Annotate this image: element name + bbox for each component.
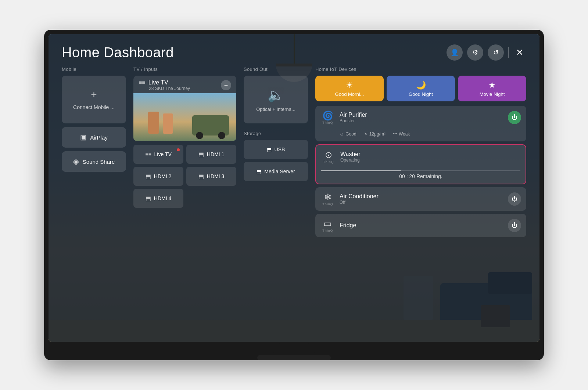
profile-icon: 👤 bbox=[451, 48, 459, 57]
jeep bbox=[192, 115, 229, 136]
moon-icon: 🌙 bbox=[416, 80, 426, 90]
soundshare-label: Sound Share bbox=[83, 159, 115, 165]
live-tv-input-button[interactable]: ≡≡ Live TV bbox=[133, 145, 183, 164]
progress-bar-wrap bbox=[321, 170, 520, 171]
hdmi1-button[interactable]: ⬒ HDMI 1 bbox=[186, 145, 236, 164]
tv-section-label: TV / Inputs bbox=[133, 66, 236, 72]
hdmi3-label: HDMI 3 bbox=[207, 173, 224, 179]
washer-status: Operating bbox=[340, 158, 520, 163]
ac-icon: ❄ bbox=[324, 192, 331, 202]
aq-measure-label: 12μg/m² bbox=[369, 131, 386, 137]
close-icon: ✕ bbox=[516, 47, 523, 57]
hdmi1-label: HDMI 1 bbox=[207, 151, 224, 157]
fridge-header: ▭ ThinQ Fridge ⏻ bbox=[315, 214, 526, 237]
soundshare-icon: ◉ bbox=[73, 158, 79, 166]
usb-button[interactable]: ⬒ USB bbox=[244, 140, 308, 159]
connect-mobile-button[interactable]: + Connect Mobile ... bbox=[62, 76, 126, 123]
tv-shell: Home Dashboard 👤 ⚙ ↺ ✕ bbox=[44, 30, 544, 360]
fridge-info: Fridge bbox=[340, 222, 503, 229]
morning-label: Good Morni... bbox=[335, 91, 364, 97]
air-conditioner-info: Air Conditioner Off bbox=[340, 193, 503, 205]
hdmi2-label: HDMI 2 bbox=[154, 173, 171, 179]
settings-icon: ⚙ bbox=[472, 48, 478, 57]
media-server-label: Media Server bbox=[264, 169, 295, 174]
hdmi3-button[interactable]: ⬒ HDMI 3 bbox=[186, 167, 236, 186]
fridge-name: Fridge bbox=[340, 222, 503, 229]
hdmi4-button[interactable]: ⬒ HDMI 4 bbox=[133, 189, 183, 208]
sound-out-button[interactable]: 🔈 Optical + Interna... bbox=[244, 76, 308, 123]
tv-inputs-section: TV / Inputs ≡≡ Live TV 28 SKD The Jour bbox=[133, 66, 236, 333]
hdmi2-button[interactable]: ⬒ HDMI 2 bbox=[133, 167, 183, 186]
sun-icon: ☀ bbox=[346, 80, 353, 90]
plus-icon: + bbox=[91, 89, 97, 101]
antenna-icon: ≡≡ bbox=[139, 79, 146, 86]
air-conditioner-header: ❄ ThinQ Air Conditioner Off ⏻ bbox=[315, 187, 526, 211]
usb-icon: ⬒ bbox=[267, 147, 272, 152]
media-server-button[interactable]: ⬒ Media Server bbox=[244, 162, 308, 181]
hdmi2-icon: ⬒ bbox=[146, 173, 151, 180]
profile-button[interactable]: 👤 bbox=[447, 44, 463, 61]
storage-section-label: Storage bbox=[244, 131, 308, 136]
air-conditioner-name: Air Conditioner bbox=[340, 193, 503, 200]
hdmi3-icon: ⬒ bbox=[198, 173, 204, 180]
person1 bbox=[148, 112, 159, 134]
sound-output-label: Optical + Interna... bbox=[256, 106, 295, 112]
ac-power-icon: ⏻ bbox=[512, 196, 517, 202]
movie-night-scene-button[interactable]: ★ Movie Night bbox=[458, 76, 526, 101]
washer-remaining: 00 : 20 Remaining. bbox=[321, 173, 520, 179]
speaker-icon: 🔈 bbox=[268, 87, 284, 103]
dashboard-overlay: Home Dashboard 👤 ⚙ ↺ ✕ bbox=[49, 34, 539, 342]
air-purifier-card: 🌀 ThinQ Air Purifier Booster ⏻ bbox=[315, 106, 526, 141]
fridge-icon: ▭ bbox=[323, 219, 332, 229]
main-content: Mobile + Connect Mobile ... ▣ AirPlay ◉ … bbox=[49, 66, 539, 342]
movie-label: Movie Night bbox=[480, 91, 505, 97]
sound-out-section: Sound Out 🔈 Optical + Interna... Storage… bbox=[244, 66, 308, 333]
refresh-button[interactable]: ↺ bbox=[488, 44, 504, 61]
air-purifier-icon-wrap: 🌀 ThinQ bbox=[320, 110, 335, 125]
thumbnail-scene bbox=[133, 93, 236, 141]
thinq-label-fridge: ThinQ bbox=[322, 229, 333, 232]
scene-buttons: ☀ Good Morni... 🌙 Good Night ★ Movie Nig… bbox=[315, 76, 526, 101]
live-tv-channel: 28 SKD bbox=[149, 86, 164, 91]
settings-button[interactable]: ⚙ bbox=[467, 44, 483, 61]
live-tv-minus-button[interactable]: − bbox=[221, 80, 231, 90]
iot-section: Home IoT Devices ☀ Good Morni... 🌙 Good … bbox=[315, 66, 526, 333]
air-conditioner-card: ❄ ThinQ Air Conditioner Off ⏻ bbox=[315, 187, 526, 211]
page-title: Home Dashboard bbox=[62, 45, 174, 61]
good-night-scene-button[interactable]: 🌙 Good Night bbox=[387, 76, 455, 101]
header-controls: 👤 ⚙ ↺ ✕ bbox=[447, 44, 526, 61]
washer-name: Washer bbox=[340, 151, 520, 158]
divider bbox=[508, 47, 509, 58]
live-tv-btn-label: Live TV bbox=[154, 151, 172, 157]
air-purifier-status: Booster bbox=[340, 118, 503, 123]
mobile-section: Mobile + Connect Mobile ... ▣ AirPlay ◉ … bbox=[62, 66, 126, 333]
soundshare-button[interactable]: ◉ Sound Share bbox=[62, 151, 126, 172]
dashboard-header: Home Dashboard 👤 ⚙ ↺ ✕ bbox=[49, 34, 539, 66]
air-purifier-power-button[interactable]: ⏻ bbox=[508, 111, 521, 124]
air-purifier-header: 🌀 ThinQ Air Purifier Booster ⏻ bbox=[315, 106, 526, 129]
washer-card: ⊙ ThinQ Washer Operating bbox=[315, 144, 526, 184]
tv-stand bbox=[272, 342, 316, 355]
refresh-icon: ↺ bbox=[493, 48, 499, 57]
live-dot bbox=[177, 148, 180, 151]
good-morning-scene-button[interactable]: ☀ Good Morni... bbox=[315, 76, 384, 101]
air-purifier-name: Air Purifier bbox=[340, 112, 503, 118]
tv-thumbnail bbox=[133, 93, 236, 141]
media-server-icon: ⬒ bbox=[257, 169, 261, 174]
live-tv-show: The Journey bbox=[165, 86, 190, 91]
close-button[interactable]: ✕ bbox=[513, 46, 526, 59]
fridge-power-button[interactable]: ⏻ bbox=[508, 219, 521, 232]
aq-good: ☺ Good bbox=[340, 131, 356, 137]
washer-info: Washer Operating bbox=[340, 151, 520, 163]
aq-measurement: ☀ 12μg/m² bbox=[364, 131, 386, 137]
hdmi1-icon: ⬒ bbox=[198, 151, 204, 158]
smiley-icon: ☺ bbox=[340, 131, 344, 137]
air-conditioner-status: Off bbox=[340, 200, 503, 205]
thinq-label-purifier: ThinQ bbox=[322, 121, 333, 124]
aq-weak: 〜 Weak bbox=[393, 131, 410, 137]
iot-section-label: Home IoT Devices bbox=[315, 66, 526, 72]
airplay-button[interactable]: ▣ AirPlay bbox=[62, 127, 126, 148]
washer-progress: 00 : 20 Remaining. bbox=[316, 169, 526, 184]
air-conditioner-power-button[interactable]: ⏻ bbox=[508, 192, 521, 206]
aq-weak-label: Weak bbox=[399, 131, 410, 137]
